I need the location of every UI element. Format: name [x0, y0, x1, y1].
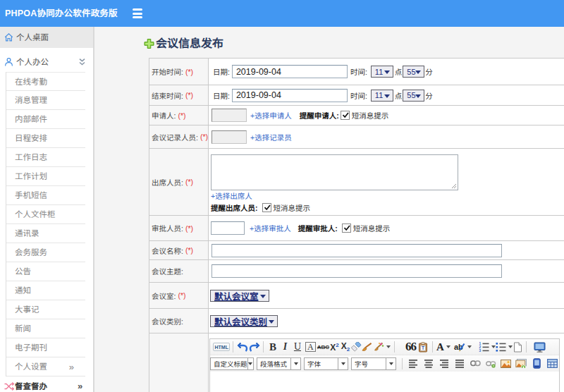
- svg-text:3: 3: [479, 349, 482, 353]
- svg-text:T: T: [422, 345, 424, 350]
